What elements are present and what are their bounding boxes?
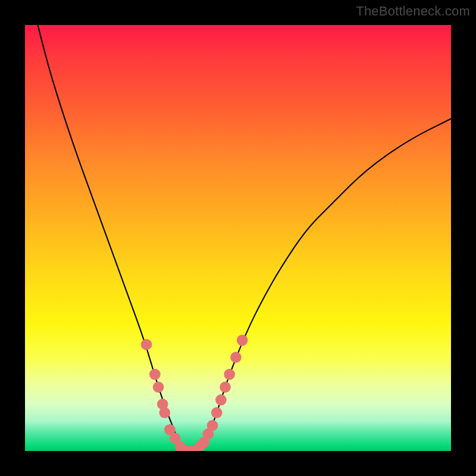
data-marker	[230, 352, 242, 363]
data-marker	[153, 381, 164, 393]
marker-group	[141, 335, 248, 451]
data-marker	[211, 407, 223, 418]
chart-frame: TheBottleneck.com	[0, 0, 476, 476]
bottleneck-curve	[37, 25, 451, 451]
plot-area	[25, 25, 451, 451]
source-watermark: TheBottleneck.com	[356, 4, 470, 19]
curve-svg	[25, 25, 451, 451]
data-marker	[220, 381, 231, 393]
data-marker	[149, 369, 161, 380]
data-marker	[237, 335, 248, 346]
data-marker	[159, 407, 171, 418]
data-marker	[141, 339, 152, 350]
data-marker	[215, 394, 227, 406]
data-marker	[207, 420, 218, 431]
data-marker	[224, 369, 235, 380]
